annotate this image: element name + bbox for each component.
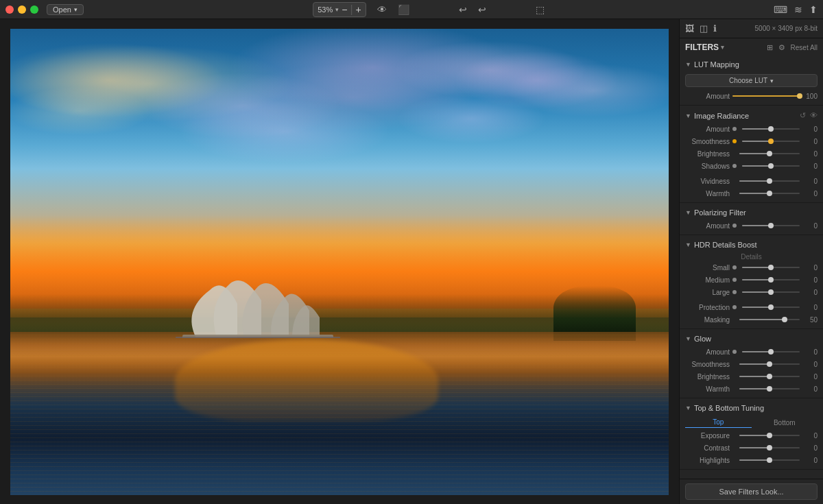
- glow-warmth-label: Warmth: [685, 385, 730, 393]
- redo-icon[interactable]: ↩︎: [478, 4, 486, 15]
- glow-amount-label: Amount: [685, 348, 730, 356]
- glow-warmth-slider[interactable]: [739, 388, 800, 389]
- close-button[interactable]: [5, 5, 14, 14]
- radiance-amount-value: 0: [802, 125, 818, 133]
- radiance-vividness-slider[interactable]: [739, 180, 800, 182]
- glow-warmth-value: 0: [802, 385, 818, 393]
- main-area: 🖼 ◫ ℹ 5000 × 3409 px 8-bit FILTERS ▾ ⊞ ⚙…: [0, 19, 823, 504]
- export-icon[interactable]: ⬆: [809, 4, 818, 15]
- radiance-warmth-row: Warmth 0: [680, 187, 823, 200]
- zoom-out-button[interactable]: −: [342, 5, 347, 14]
- refresh-icon[interactable]: ↺: [800, 111, 806, 120]
- collapse-icon: ▼: [685, 335, 691, 342]
- radiance-shadows-value: 0: [802, 163, 818, 170]
- hdr-protection-slider[interactable]: [742, 307, 800, 308]
- polarizing-amount-slider[interactable]: [742, 225, 800, 226]
- glow-brightness-label: Brightness: [685, 373, 730, 381]
- tab-bottom[interactable]: Bottom: [752, 418, 818, 428]
- titlebar-center: 53% ▾ − | + 👁 ⬛ ↩ ↩︎ ⬚: [89, 2, 768, 17]
- glow-brightness-slider[interactable]: [739, 376, 800, 377]
- tb-contrast-slider[interactable]: [739, 447, 800, 448]
- filters-scroll[interactable]: ▼ LUT Mapping Choose LUT ▾ Amount 100: [680, 55, 823, 479]
- lut-mapping-header[interactable]: ▼ LUT Mapping: [680, 59, 823, 71]
- zoom-controls[interactable]: 53% ▾ − | +: [313, 2, 366, 17]
- hdr-small-value: 0: [802, 264, 818, 272]
- polarizing-amount-dot: [732, 224, 737, 228]
- polarizing-filter-header[interactable]: ▼ Polarizing Filter: [680, 207, 823, 219]
- titlebar: Open ▾ 53% ▾ − | + 👁 ⬛ ↩ ↩︎ ⬚ ⌨ ≋ ⬆: [0, 0, 823, 19]
- canvas-area[interactable]: [0, 19, 679, 504]
- hdr-masking-slider[interactable]: [739, 319, 800, 320]
- image-radiance-section: ▼ Image Radiance ↺ 👁 Amount 0: [680, 106, 823, 203]
- image-radiance-header[interactable]: ▼ Image Radiance ↺ 👁: [680, 110, 823, 123]
- hdr-medium-slider[interactable]: [742, 279, 800, 280]
- lut-amount-value: 100: [802, 93, 818, 100]
- reset-all-button[interactable]: Reset All: [791, 44, 818, 51]
- hdr-large-row: Large 0: [680, 286, 823, 298]
- glow-amount-slider[interactable]: [742, 351, 800, 352]
- preview-icon[interactable]: 👁: [377, 4, 387, 15]
- radiance-shadows-dot: [732, 164, 737, 168]
- glow-smoothness-label: Smoothness: [685, 361, 730, 368]
- hdr-details-header[interactable]: ▼ HDR Details Boost: [680, 239, 823, 252]
- hdr-small-slider[interactable]: [742, 267, 800, 268]
- hdr-large-slider[interactable]: [742, 291, 800, 293]
- layers-icon[interactable]: ◫: [700, 23, 708, 34]
- keyboard-icon[interactable]: ⌨: [774, 4, 787, 15]
- hdr-protection-row: Protection 0: [680, 301, 823, 313]
- radiance-smoothness-slider[interactable]: [742, 141, 800, 142]
- panel-topbar: 🖼 ◫ ℹ 5000 × 3409 px 8-bit: [680, 19, 823, 38]
- radiance-amount-slider[interactable]: [742, 128, 800, 130]
- chevron-down-icon: ▾: [335, 6, 339, 13]
- chevron-down-icon: ▾: [74, 6, 77, 13]
- hdr-large-label: Large: [685, 289, 730, 296]
- lut-amount-slider[interactable]: [732, 95, 800, 97]
- collapse-icon: ▼: [685, 61, 691, 68]
- undo-icon[interactable]: ↩: [459, 4, 467, 15]
- tb-highlights-value: 0: [802, 457, 818, 464]
- glow-section: ▼ Glow Amount 0 Smoothness: [680, 329, 823, 398]
- glow-amount-value: 0: [802, 348, 818, 356]
- radiance-smoothness-row: Smoothness 0: [680, 135, 823, 147]
- info-icon[interactable]: ℹ: [713, 23, 717, 34]
- filters-icon[interactable]: ≋: [794, 4, 802, 15]
- hdr-details-section: ▼ HDR Details Boost Details Small 0 Med: [680, 235, 823, 329]
- choose-lut-button[interactable]: Choose LUT ▾: [685, 74, 818, 87]
- radiance-smoothness-label: Smoothness: [685, 138, 730, 145]
- radiance-warmth-slider[interactable]: [739, 193, 800, 194]
- filter-add-button[interactable]: ⊞: [767, 43, 773, 52]
- zoom-in-button[interactable]: +: [356, 5, 361, 14]
- glow-warmth-row: Warmth 0: [680, 383, 823, 395]
- image-icon[interactable]: 🖼: [685, 23, 694, 34]
- radiance-shadows-slider[interactable]: [742, 165, 800, 167]
- filter-settings-button[interactable]: ⚙: [778, 43, 785, 52]
- crop-icon[interactable]: ⬚: [536, 4, 545, 15]
- fullscreen-button[interactable]: [30, 5, 38, 14]
- compare-icon[interactable]: ⬛: [398, 4, 409, 15]
- golden-reflection: [175, 339, 438, 421]
- radiance-vividness-label: Vividness: [685, 178, 730, 185]
- top-bottom-section: ▼ Top & Bottom Tuning Top Bottom Exposur…: [680, 398, 823, 470]
- radiance-shadows-label: Shadows: [685, 163, 730, 170]
- tb-highlights-slider[interactable]: [739, 459, 800, 461]
- glow-amount-row: Amount 0: [680, 346, 823, 358]
- hdr-details-sublabel: Details: [680, 252, 823, 261]
- glow-header[interactable]: ▼ Glow: [680, 333, 823, 346]
- hdr-small-dot: [732, 265, 737, 269]
- save-filters-button[interactable]: Save Filters Look...: [685, 483, 818, 500]
- radiance-warmth-value: 0: [802, 190, 818, 197]
- tab-top[interactable]: Top: [685, 417, 752, 428]
- titlebar-right: ⌨ ≋ ⬆: [774, 4, 818, 15]
- tb-exposure-slider[interactable]: [739, 435, 800, 436]
- hdr-medium-row: Medium 0: [680, 274, 823, 286]
- eye-icon[interactable]: 👁: [810, 111, 818, 120]
- glow-title: Glow: [694, 335, 711, 343]
- tb-contrast-label: Contrast: [685, 444, 730, 452]
- top-bottom-header[interactable]: ▼ Top & Bottom Tuning: [680, 403, 823, 415]
- minimize-button[interactable]: [18, 5, 26, 14]
- chevron-down-icon: ▾: [770, 77, 774, 84]
- open-label: Open: [53, 5, 71, 14]
- glow-smoothness-slider[interactable]: [739, 363, 800, 365]
- open-button[interactable]: Open ▾: [47, 4, 84, 15]
- radiance-brightness-slider[interactable]: [739, 153, 800, 154]
